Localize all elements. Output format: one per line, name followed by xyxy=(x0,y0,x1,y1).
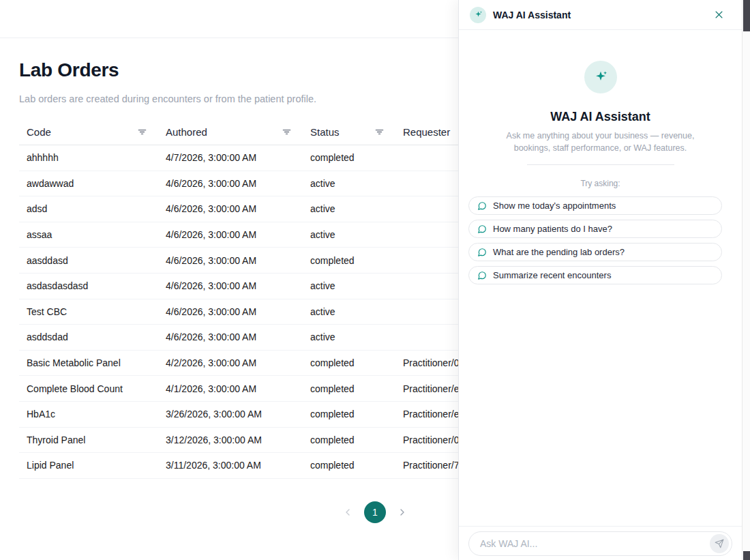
cell-status: completed xyxy=(303,351,395,376)
assistant-header: WAJ AI Assistant xyxy=(459,0,742,30)
try-asking-label: Try asking: xyxy=(459,179,742,188)
pagination-prev-button[interactable] xyxy=(337,501,359,523)
cell-authored: 3/26/2026, 3:00:00 AM xyxy=(158,402,303,427)
cell-authored: 4/6/2026, 3:00:00 AM xyxy=(158,222,303,248)
suggestion-button[interactable]: Summarize recent encounters xyxy=(468,266,722,284)
column-filter-icon xyxy=(374,127,385,137)
assistant-header-title: WAJ AI Assistant xyxy=(493,10,571,20)
cell-status: active xyxy=(303,325,395,350)
send-button[interactable] xyxy=(710,534,729,553)
suggestion-label: How many patients do I have? xyxy=(493,224,612,234)
pagination-next-button[interactable] xyxy=(391,501,413,523)
cell-authored: 4/6/2026, 3:00:00 AM xyxy=(158,196,303,222)
assistant-input-bar xyxy=(459,526,742,560)
assistant-title: WAJ AI Assistant xyxy=(459,110,742,124)
pagination-page-button[interactable]: 1 xyxy=(364,501,386,523)
column-header-label: Status xyxy=(310,126,340,138)
column-filter-icon xyxy=(282,127,292,137)
cell-code: Basic Metabolic Panel xyxy=(19,351,158,376)
message-bubble-icon xyxy=(477,201,487,211)
cell-authored: 3/12/2026, 3:00:00 AM xyxy=(158,428,303,453)
scrollbar-thumb[interactable] xyxy=(743,0,750,31)
close-icon xyxy=(714,10,724,20)
column-header-label: Code xyxy=(27,126,51,138)
divider xyxy=(527,164,674,165)
cell-authored: 4/6/2026, 3:00:00 AM xyxy=(158,248,303,273)
cell-code: Complete Blood Count xyxy=(19,376,158,401)
assistant-input[interactable] xyxy=(479,537,710,550)
cell-authored: 4/6/2026, 3:00:00 AM xyxy=(158,325,303,350)
cell-status: completed xyxy=(303,453,395,478)
assistant-description: Ask me anything about your business — re… xyxy=(491,130,710,154)
cell-authored: 3/11/2026, 3:00:00 AM xyxy=(158,453,303,478)
cell-status: completed xyxy=(303,402,395,427)
cell-code: asdasdasdasd xyxy=(19,274,158,299)
column-header-authored[interactable]: Authored xyxy=(158,119,303,145)
message-bubble-icon xyxy=(477,224,487,234)
cell-authored: 4/2/2026, 3:00:00 AM xyxy=(158,351,303,376)
ai-assistant-panel: WAJ AI Assistant WAJ AI Assistant Ask me… xyxy=(458,0,742,560)
column-header-status[interactable]: Status xyxy=(303,119,395,145)
cell-status: active xyxy=(303,196,395,222)
cell-authored: 4/7/2026, 3:00:00 AM xyxy=(158,145,303,171)
cell-authored: 4/6/2026, 3:00:00 AM xyxy=(158,274,303,299)
cell-code: ahhhhh xyxy=(19,145,158,171)
cell-code: adsd xyxy=(19,196,158,222)
cell-code: Lipid Panel xyxy=(19,453,158,478)
suggestion-label: Summarize recent encounters xyxy=(493,270,611,280)
sparkles-icon xyxy=(470,7,486,23)
suggestion-button[interactable]: How many patients do I have? xyxy=(468,220,722,238)
cell-code: awdawwad xyxy=(19,171,158,196)
cell-status: completed xyxy=(303,428,395,453)
assistant-body: WAJ AI Assistant Ask me anything about y… xyxy=(459,30,742,526)
message-bubble-icon xyxy=(477,271,487,280)
cell-status: active xyxy=(303,171,395,196)
cell-code: assaa xyxy=(19,222,158,248)
cell-status: active xyxy=(303,274,395,299)
column-header-code[interactable]: Code xyxy=(19,119,158,145)
cell-authored: 4/6/2026, 3:00:00 AM xyxy=(158,299,303,325)
cell-status: completed xyxy=(303,145,395,171)
suggestion-list: Show me today's appointmentsHow many pat… xyxy=(468,196,722,284)
cell-code: Thyroid Panel xyxy=(19,428,158,453)
send-icon xyxy=(715,539,724,548)
cell-status: active xyxy=(303,299,395,325)
cell-authored: 4/1/2026, 3:00:00 AM xyxy=(158,376,303,401)
suggestion-label: Show me today's appointments xyxy=(493,201,616,211)
message-bubble-icon xyxy=(477,248,487,257)
suggestion-button[interactable]: Show me today's appointments xyxy=(468,196,722,215)
suggestion-label: What are the pending lab orders? xyxy=(493,247,625,257)
suggestion-button[interactable]: What are the pending lab orders? xyxy=(468,243,722,261)
column-header-label: Authored xyxy=(166,126,207,138)
scrollbar-corner xyxy=(743,551,750,560)
cell-code: HbA1c xyxy=(19,402,158,427)
column-filter-icon xyxy=(137,127,147,137)
chevron-right-icon xyxy=(397,507,408,518)
cell-authored: 4/6/2026, 3:00:00 AM xyxy=(158,171,303,196)
close-button[interactable] xyxy=(711,7,727,23)
cell-code: Test CBC xyxy=(19,299,158,325)
sparkles-icon-large xyxy=(584,61,617,93)
cell-code: asddsdad xyxy=(19,325,158,350)
assistant-input-wrap xyxy=(468,531,732,556)
cell-code: aasddasd xyxy=(19,248,158,273)
column-header-label: Requester xyxy=(403,126,450,138)
cell-status: active xyxy=(303,222,395,248)
scrollbar[interactable] xyxy=(742,0,750,560)
chevron-left-icon xyxy=(342,507,353,518)
cell-status: completed xyxy=(303,376,395,401)
cell-status: completed xyxy=(303,248,395,273)
